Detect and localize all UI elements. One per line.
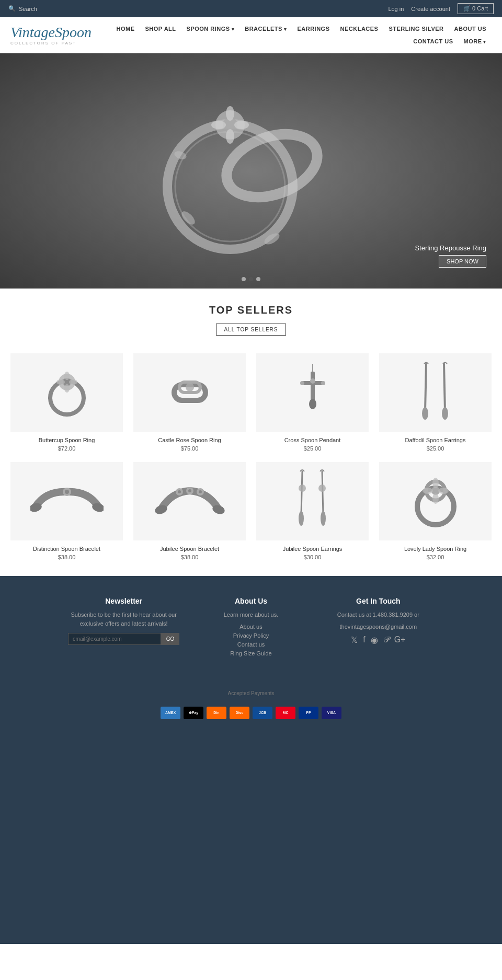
newsletter-title: Newsletter bbox=[68, 597, 179, 605]
newsletter-description: Subscribe to be the first to hear about … bbox=[68, 610, 179, 628]
nav-shop-all[interactable]: SHOP ALL bbox=[140, 22, 181, 35]
products-grid: Buttercup Spoon Ring $72.00 Castle Rose … bbox=[10, 353, 492, 560]
product-svg-7 bbox=[292, 467, 334, 535]
nav-home[interactable]: HOME bbox=[111, 22, 140, 35]
product-svg-5 bbox=[30, 480, 104, 522]
svg-point-7 bbox=[234, 121, 249, 129]
logo[interactable]: VintageSpoon COLLECTORS OF PAST bbox=[10, 25, 92, 45]
svg-line-29 bbox=[425, 364, 426, 411]
hero-caption-text: Sterling Repousse Ring bbox=[415, 244, 486, 252]
contact-email[interactable]: thevintagespoons@gmail.com bbox=[323, 624, 434, 630]
instagram-icon[interactable]: ◉ bbox=[371, 635, 378, 645]
product-price-6: $38.00 bbox=[133, 554, 246, 560]
svg-point-28 bbox=[321, 381, 325, 385]
nav-bracelets[interactable]: BRACELETS bbox=[239, 22, 292, 35]
product-price-3: $25.00 bbox=[256, 445, 369, 452]
svg-point-26 bbox=[310, 378, 315, 384]
product-image-castle-rose bbox=[133, 353, 246, 432]
product-svg-4 bbox=[415, 361, 457, 424]
facebook-icon[interactable]: f bbox=[363, 635, 365, 645]
cart-button[interactable]: 🛒 0 Cart bbox=[458, 3, 494, 14]
product-card-buttercup[interactable]: Buttercup Spoon Ring $72.00 bbox=[10, 353, 123, 452]
hero-dot-2[interactable] bbox=[249, 277, 253, 281]
nav-earrings[interactable]: EARRINGS bbox=[292, 22, 335, 35]
top-sellers-section: TOP SELLERS ALL TOP SELLERS Buttercup Sp… bbox=[0, 289, 502, 576]
product-price-8: $32.00 bbox=[379, 554, 492, 560]
nav-spoon-rings[interactable]: SPOON RINGS bbox=[181, 22, 240, 35]
hero-dot-1[interactable] bbox=[242, 277, 246, 281]
product-image-cross bbox=[256, 353, 369, 432]
main-nav: HOME SHOP ALL SPOON RINGS BRACELETS EARR… bbox=[111, 22, 492, 48]
product-name-4: Daffodil Spoon Earrings bbox=[379, 437, 492, 443]
top-bar-actions: Log in Create account 🛒 0 Cart bbox=[388, 3, 494, 14]
hero-cta-button[interactable]: SHOP NOW bbox=[439, 255, 486, 268]
nav-necklaces[interactable]: NECKLACES bbox=[335, 22, 384, 35]
nav-sterling-silver[interactable]: STERLING SILVER bbox=[383, 22, 449, 35]
nav-about-us[interactable]: ABOUT US bbox=[449, 22, 492, 35]
nav-row-1: HOME SHOP ALL SPOON RINGS BRACELETS EARR… bbox=[111, 22, 492, 35]
product-card-jubilee-bracelet[interactable]: Jubilee Spoon Bracelet $38.00 bbox=[133, 462, 246, 560]
product-image-buttercup bbox=[10, 353, 123, 432]
product-card-jubilee-earrings[interactable]: Jubilee Spoon Earrings $30.00 bbox=[256, 462, 369, 560]
nav-row-2: CONTACT US MORE bbox=[408, 35, 492, 48]
payment-amex: AMEX bbox=[161, 707, 180, 719]
payment-paypal: PP bbox=[299, 707, 318, 719]
svg-point-42 bbox=[178, 490, 181, 493]
payment-diners: Din bbox=[207, 707, 226, 719]
svg-point-17 bbox=[56, 379, 65, 385]
logo-text: VintageSpoon bbox=[10, 25, 92, 40]
nav-more[interactable]: MORE bbox=[458, 35, 492, 48]
contact-us-link[interactable]: Contact us bbox=[195, 641, 306, 648]
svg-point-44 bbox=[199, 490, 202, 493]
top-bar: 🔍 Search Log in Create account 🛒 0 Cart bbox=[0, 0, 502, 17]
product-name-6: Jubilee Spoon Bracelet bbox=[133, 546, 246, 552]
product-image-lovely-lady bbox=[379, 462, 492, 540]
ring-size-guide-link[interactable]: Ring Size Guide bbox=[195, 650, 306, 656]
product-name-2: Castle Rose Spoon Ring bbox=[133, 437, 246, 443]
product-svg-3 bbox=[297, 361, 328, 424]
product-svg-8 bbox=[412, 472, 459, 530]
product-card-lovely-lady[interactable]: Lovely Lady Spoon Ring $32.00 bbox=[379, 462, 492, 560]
svg-point-55 bbox=[432, 493, 439, 504]
svg-point-57 bbox=[438, 488, 449, 494]
login-link[interactable]: Log in bbox=[388, 6, 404, 12]
search-icon: 🔍 bbox=[8, 5, 16, 12]
pinterest-icon[interactable]: 𝒫 bbox=[383, 635, 389, 645]
payment-icons: AMEX ⊕Pay Din Disc JCB MC PP VISA bbox=[10, 707, 492, 719]
search-label[interactable]: Search bbox=[19, 6, 37, 12]
newsletter-submit-button[interactable]: GO bbox=[161, 633, 180, 645]
product-svg-1 bbox=[46, 366, 88, 419]
payment-mastercard: MC bbox=[276, 707, 295, 719]
svg-point-49 bbox=[321, 511, 326, 526]
footer-newsletter: Newsletter Subscribe to be the first to … bbox=[68, 597, 179, 659]
google-plus-icon[interactable]: G+ bbox=[394, 635, 406, 645]
svg-point-46 bbox=[299, 511, 304, 526]
product-card-distinction[interactable]: Distinction Spoon Bracelet $38.00 bbox=[10, 462, 123, 560]
hero-dot-3[interactable] bbox=[256, 277, 260, 281]
product-card-cross[interactable]: Cross Spoon Pendant $25.00 bbox=[256, 353, 369, 452]
svg-point-6 bbox=[211, 121, 226, 129]
newsletter-email-input[interactable] bbox=[68, 633, 161, 645]
product-card-daffodil[interactable]: Daffodil Spoon Earrings $25.00 bbox=[379, 353, 492, 452]
product-image-jubilee-earrings bbox=[256, 462, 369, 540]
product-card-castle-rose[interactable]: Castle Rose Spoon Ring $75.00 bbox=[133, 353, 246, 452]
nav-contact-us[interactable]: CONTACT US bbox=[408, 35, 458, 48]
product-svg-6 bbox=[153, 480, 226, 522]
svg-point-32 bbox=[442, 407, 448, 420]
search-area[interactable]: 🔍 Search bbox=[8, 5, 37, 12]
svg-line-48 bbox=[322, 471, 323, 514]
svg-point-43 bbox=[188, 489, 191, 492]
hero-dots bbox=[242, 277, 260, 281]
all-top-sellers-button[interactable]: ALL TOP SELLERS bbox=[216, 324, 286, 336]
create-account-link[interactable]: Create account bbox=[411, 6, 450, 12]
product-name-3: Cross Spoon Pendant bbox=[256, 437, 369, 443]
payment-visa: VISA bbox=[322, 707, 341, 719]
svg-point-30 bbox=[422, 407, 428, 420]
svg-line-31 bbox=[444, 364, 445, 411]
privacy-policy-link[interactable]: Privacy Policy bbox=[195, 632, 306, 639]
about-us-link[interactable]: About us bbox=[195, 624, 306, 630]
svg-point-15 bbox=[64, 372, 70, 380]
newsletter-form: GO bbox=[68, 633, 179, 645]
twitter-icon[interactable]: 𝕏 bbox=[351, 635, 358, 645]
product-price-4: $25.00 bbox=[379, 445, 492, 452]
